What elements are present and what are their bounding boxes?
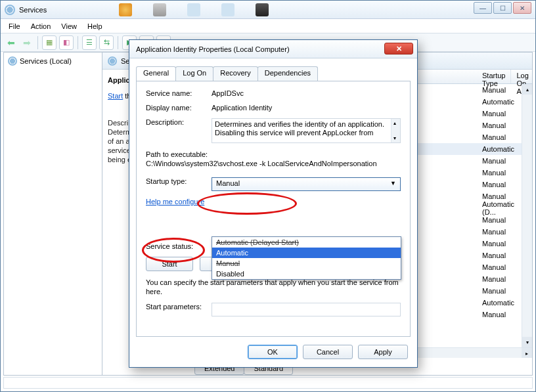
desc-scrollbar[interactable] [391,119,400,142]
path-value: C:\Windows\system32\svchost.exe -k Local… [146,159,401,168]
cancel-button[interactable]: Cancel [303,345,353,359]
description-box[interactable]: Determines and verifies the identity of … [212,118,401,143]
dropdown-opt-manual[interactable]: Manual [212,258,401,269]
toolbar-btn-4[interactable]: ⇆ [99,35,114,50]
dropdown-opt-automatic[interactable]: Automatic [212,248,401,258]
tab-logon[interactable]: Log On [175,66,213,81]
cell-startup: Manual [477,287,527,295]
startup-label: Startup type: [146,177,212,185]
cell-startup: Automatic [477,299,527,307]
dialog-tabs: General Log On Recovery Dependencies [136,66,411,81]
cell-startup: Manual [477,251,527,259]
statusbar [3,377,533,389]
cell-startup: Automatic [477,145,527,153]
window-title: Services [19,6,531,14]
dropdown-opt-disabled[interactable]: Disabled [212,269,401,279]
app-icon [5,5,15,15]
tree-root-label: Services (Local) [20,57,72,65]
menu-file[interactable]: File [9,22,20,30]
dialog-buttons: OK Cancel Apply [248,345,408,359]
cell-startup: Manual [477,216,527,224]
maximize-button[interactable]: ☐ [493,2,512,14]
col-logon[interactable]: Log On As [511,70,532,83]
menubar: File Action View Help [1,19,535,33]
cell-startup: Manual [477,192,527,200]
cell-startup: Manual [477,275,527,283]
apply-button[interactable]: Apply [358,345,408,359]
scroll-up-icon[interactable]: ▴ [522,84,532,95]
forward-button[interactable]: ➡ [20,35,34,50]
ok-button[interactable]: OK [248,345,298,359]
menu-view[interactable]: View [61,22,77,30]
cell-startup: Automatic [477,98,527,106]
menu-action[interactable]: Action [31,22,51,30]
dialog-close-button[interactable]: ✕ [384,43,413,54]
cell-startup: Manual [477,157,527,165]
cell-startup: Manual [477,240,527,248]
vertical-scrollbar[interactable]: ▴ ▾ [522,84,532,358]
minimize-button[interactable]: — [474,2,492,14]
startup-selected: Manual [216,179,240,187]
col-startup[interactable]: Startup Type [477,70,511,83]
toolbar-btn-3[interactable]: ☰ [82,35,97,50]
cell-startup: Automatic (D... [477,200,527,216]
tab-dependencies[interactable]: Dependencies [257,66,318,81]
tab-general[interactable]: General [136,66,176,81]
start-link[interactable]: Start [108,92,123,100]
back-button[interactable]: ⬅ [5,35,18,50]
dropdown-opt-delayed[interactable]: Automatic (Delayed Start) [212,237,401,248]
startup-select[interactable]: Manual [212,177,401,191]
dialog-panel: Service name: AppIDSvc Display name: App… [136,81,411,337]
display-name: Application Identity [212,104,401,112]
close-button[interactable]: ✕ [513,2,531,14]
help-link[interactable]: Help me configure [146,198,204,206]
startup-dropdown: Automatic (Delayed Start) Automatic Manu… [212,236,401,280]
path-label: Path to executable: [146,150,401,159]
service-name: AppIDSvc [212,89,401,97]
dialog-titlebar[interactable]: Application Identity Properties (Local C… [129,40,417,58]
service-name-label: Service name: [146,89,212,97]
scroll-right-icon[interactable]: ▸ [522,348,532,358]
cell-startup: Manual [477,133,527,141]
start-button[interactable]: Start [146,257,193,271]
tree-root[interactable]: Services (Local) [7,55,99,67]
gear-icon [108,56,117,66]
cell-startup: Manual [477,169,527,177]
toolbar-btn-2[interactable]: ◧ [59,35,74,50]
cell-startup: Manual [477,263,527,271]
cell-startup: Manual [477,228,527,236]
params-note: You can specify the start parameters tha… [146,278,401,296]
scroll-down-icon[interactable]: ▾ [522,337,532,347]
tab-recovery[interactable]: Recovery [213,66,257,81]
cell-startup: Manual [477,181,527,188]
params-input[interactable] [212,303,401,316]
cell-startup: Manual [477,86,527,94]
cell-startup: Manual [477,110,527,118]
description-label: Description: [146,118,212,126]
toolbar-btn-1[interactable]: ▦ [42,35,56,50]
description-text: Determines and verifies the identity of … [215,120,384,137]
cell-startup: Manual [477,121,527,129]
titlebar[interactable]: Services — ☐ ✕ [1,1,535,19]
tree-pane: Services (Local) [4,53,102,375]
status-label: Service status: [146,242,212,250]
dialog-title: Application Identity Properties (Local C… [136,45,290,53]
properties-dialog: Application Identity Properties (Local C… [129,39,418,368]
gear-icon [8,56,17,66]
display-name-label: Display name: [146,104,212,112]
menu-help[interactable]: Help [87,22,102,30]
task-icons [119,3,269,16]
params-label: Start parameters: [146,303,212,311]
cell-startup: Manual [477,311,527,318]
